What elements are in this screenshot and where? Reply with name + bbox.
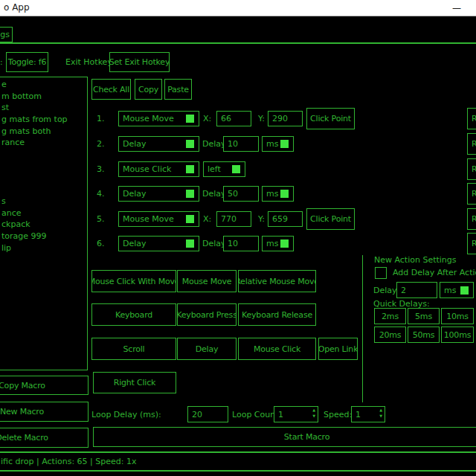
macro-list-item[interactable]: g mats from top bbox=[0, 114, 87, 126]
quick-delay-50ms-button[interactable]: 50ms bbox=[408, 327, 440, 343]
action-type-select[interactable]: Delay bbox=[118, 236, 199, 251]
row-number: 3. bbox=[97, 164, 105, 174]
add-mouse-move-button[interactable]: Mouse Move bbox=[177, 270, 237, 292]
add-keyboard-press-button[interactable]: Keyboard Press bbox=[177, 303, 237, 326]
action-type-select[interactable]: Mouse Move bbox=[118, 211, 199, 227]
selected-value: ms bbox=[444, 286, 456, 295]
loop-count-stepper[interactable]: 1 ▲ ▼ bbox=[274, 406, 318, 422]
action-type-select[interactable]: Mouse Click bbox=[118, 161, 199, 177]
remove-action-button[interactable]: R bbox=[467, 158, 476, 180]
dropdown-indicator-icon bbox=[280, 140, 289, 148]
menu-tab-settings[interactable]: gs bbox=[0, 27, 13, 42]
add-delay-after-action-checkbox[interactable] bbox=[375, 267, 387, 279]
speed-label: Speed: bbox=[324, 410, 352, 419]
add-right-click-button[interactable]: Right Click bbox=[93, 372, 176, 393]
paste-button[interactable]: Paste bbox=[164, 79, 192, 100]
mouse-button-select[interactable]: left bbox=[203, 161, 245, 177]
speed-stepper[interactable]: 1 ▲ ▼ bbox=[351, 406, 385, 422]
spin-down-icon[interactable]: ▼ bbox=[379, 414, 382, 418]
selected-value: ms bbox=[266, 239, 278, 248]
add-relative-mouse-move-button[interactable]: Relative Mouse Move bbox=[238, 270, 316, 292]
delete-macro-button[interactable]: Delete Macro bbox=[0, 428, 89, 448]
x-input[interactable]: 66 bbox=[216, 111, 251, 126]
delay-label: Delay bbox=[202, 139, 226, 149]
delay-input[interactable]: 10 bbox=[223, 236, 259, 251]
quick-delay-20ms-button[interactable]: 20ms bbox=[374, 327, 406, 343]
y-input[interactable]: 290 bbox=[268, 111, 303, 126]
add-delay-button[interactable]: Delay bbox=[177, 338, 237, 360]
action-type-select[interactable]: Delay bbox=[118, 186, 199, 202]
x-input[interactable]: 770 bbox=[216, 211, 251, 227]
macro-list-item[interactable]: ckpack bbox=[0, 219, 87, 231]
remove-action-button[interactable]: R bbox=[467, 108, 476, 129]
quick-delay-2ms-button[interactable]: 2ms bbox=[374, 308, 406, 324]
add-open-link-button[interactable]: Open Link bbox=[318, 338, 358, 360]
selected-value: Mouse Click bbox=[123, 164, 171, 174]
minimize-button[interactable]: — bbox=[446, 0, 467, 16]
macro-list-item[interactable]: s bbox=[0, 196, 87, 208]
delay-label: Delay bbox=[202, 239, 226, 248]
add-keyboard-button[interactable]: Keyboard bbox=[91, 303, 176, 326]
click-point-button[interactable]: Click Point bbox=[306, 108, 355, 129]
macro-list-item bbox=[0, 184, 87, 196]
toggle-hotkey-button[interactable]: Toggle: f6 bbox=[6, 52, 48, 72]
selected-value: Delay bbox=[123, 139, 147, 149]
set-exit-hotkey-button[interactable]: Set Exit Hotkey bbox=[109, 52, 170, 72]
status-bar: ific drop | Actions: 65 | Speed: 1x bbox=[0, 451, 476, 472]
delay-input[interactable]: 10 bbox=[223, 136, 259, 152]
copy-button[interactable]: Copy bbox=[135, 79, 162, 100]
add-keyboard-release-button[interactable]: Keyboard Release bbox=[238, 303, 316, 326]
add-mouse-click-button[interactable]: Mouse Click bbox=[238, 338, 316, 360]
spin-up-icon[interactable]: ▲ bbox=[379, 408, 382, 412]
stepper-value: 1 bbox=[278, 410, 283, 419]
macro-list-item[interactable]: m bottom bbox=[0, 91, 87, 103]
y-input[interactable]: 659 bbox=[268, 211, 303, 227]
y-label: Y: bbox=[258, 114, 265, 123]
add-mouse-click-with-move-button[interactable]: Mouse Click With Move bbox=[91, 270, 176, 292]
spin-down-icon[interactable]: ▼ bbox=[312, 414, 315, 418]
macro-list-item[interactable]: ance bbox=[0, 208, 87, 219]
macro-list-item[interactable]: g mats both bbox=[0, 126, 87, 138]
click-point-button[interactable]: Click Point bbox=[306, 208, 355, 230]
quick-delay-5ms-button[interactable]: 5ms bbox=[408, 308, 440, 324]
row-number: 5. bbox=[97, 214, 105, 224]
quick-delay-10ms-button[interactable]: 10ms bbox=[441, 308, 474, 324]
copy-macro-button[interactable]: Copy Macro bbox=[0, 376, 89, 395]
quick-delay-100ms-button[interactable]: 100ms bbox=[441, 327, 474, 343]
selected-value: Mouse Move bbox=[123, 114, 174, 123]
loop-delay-input[interactable]: 20 bbox=[187, 406, 228, 422]
titlebar: o App — bbox=[0, 0, 476, 16]
x-label: X: bbox=[203, 214, 211, 224]
menubar-separator bbox=[0, 42, 476, 44]
macro-list-item[interactable]: torage 999 bbox=[0, 231, 87, 242]
delay-unit-select[interactable]: ms bbox=[262, 186, 294, 202]
delay-unit-select[interactable]: ms bbox=[262, 136, 294, 152]
add-delay-after-action-label: Add Delay After Action bbox=[393, 268, 476, 277]
remove-action-button[interactable]: R bbox=[467, 233, 476, 254]
macro-list-item[interactable]: st bbox=[0, 102, 87, 114]
check-all-button[interactable]: Check All bbox=[91, 79, 131, 100]
delay-input[interactable]: 50 bbox=[223, 186, 259, 202]
new-action-delay-input[interactable]: 2 bbox=[396, 282, 437, 298]
macro-list-item[interactable]: e bbox=[0, 79, 87, 91]
action-type-select[interactable]: Mouse Move bbox=[118, 111, 199, 126]
new-action-delay-unit-select[interactable]: ms bbox=[440, 282, 474, 298]
row-number: 6. bbox=[97, 239, 105, 248]
new-macro-button[interactable]: New Macro bbox=[0, 402, 89, 422]
macro-list-item[interactable]: rance bbox=[0, 137, 87, 149]
macro-list-item[interactable]: lip bbox=[0, 242, 87, 254]
remove-action-button[interactable]: R bbox=[467, 183, 476, 205]
macro-list-item bbox=[0, 173, 87, 184]
row-number: 4. bbox=[97, 189, 105, 199]
add-scroll-button[interactable]: Scroll bbox=[91, 338, 176, 360]
exit-hotkey-label: Exit Hotkey: bbox=[65, 57, 115, 67]
spin-up-icon[interactable]: ▲ bbox=[312, 408, 315, 412]
start-macro-button[interactable]: Start Macro bbox=[93, 427, 476, 447]
remove-action-button[interactable]: R bbox=[467, 133, 476, 155]
macro-list-item bbox=[0, 161, 87, 173]
selected-value: ms bbox=[266, 189, 278, 199]
delay-unit-select[interactable]: ms bbox=[262, 236, 294, 251]
macro-list[interactable]: e m bottom st g mats from top g mats bot… bbox=[0, 77, 88, 370]
remove-action-button[interactable]: R bbox=[467, 208, 476, 230]
action-type-select[interactable]: Delay bbox=[118, 136, 199, 152]
